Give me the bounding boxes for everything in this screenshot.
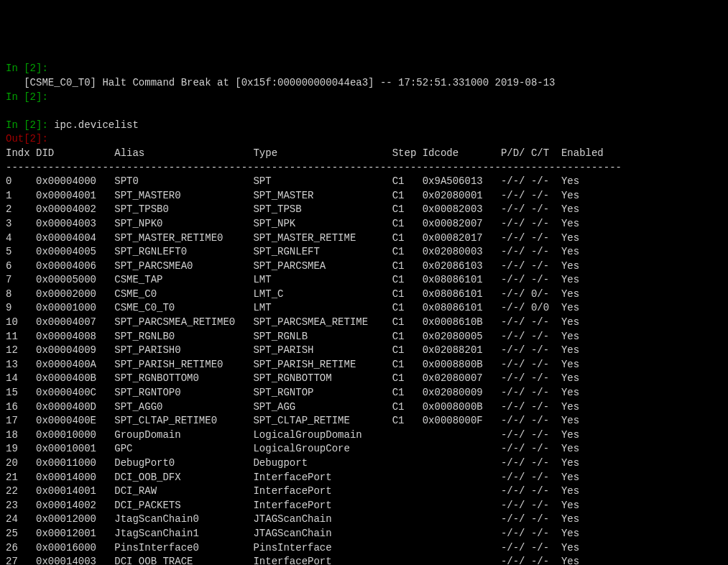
device-table-body: 0 0x00004000 SPT0 SPT C1 0x9A506013 -/-/…: [6, 175, 722, 565]
command-text: ipc.devicelist: [54, 119, 139, 131]
terminal-output: In [2]: [CSME_C0_T0] Halt Command Break …: [6, 62, 722, 565]
table-separator: ----------------------------------------…: [6, 162, 622, 173]
in-prompt: In [2]:: [6, 119, 54, 131]
in-prompt: In [2]:: [6, 63, 48, 74]
out-prompt: Out[2]:: [6, 133, 48, 144]
in-prompt: In [2]:: [6, 91, 48, 103]
halt-message: [CSME_C0_T0] Halt Command Break at [0x15…: [6, 77, 556, 88]
table-header: Indx DID Alias Type Step Idcode P/D/ C/T…: [6, 147, 604, 159]
